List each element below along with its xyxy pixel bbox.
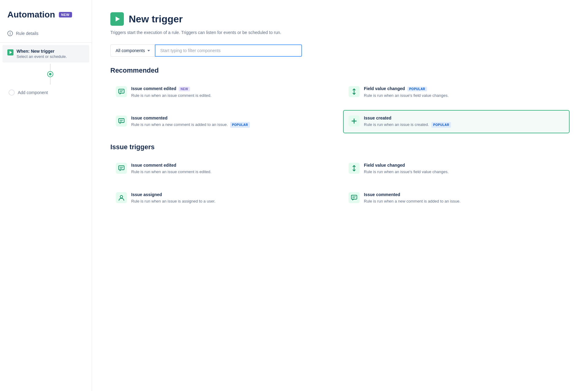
plus-icon: [349, 116, 360, 127]
sidebar-item-trigger[interactable]: When: New trigger Select an event or sch…: [2, 45, 89, 63]
card-title: Issue comment edited NEW: [131, 86, 212, 91]
issue-triggers-cards-grid: Issue comment edited Rule is run when an…: [110, 157, 570, 210]
comment-icon: [116, 116, 127, 127]
svg-rect-17: [351, 195, 357, 199]
card-field-value-changed-it[interactable]: Field value changed Rule is run when an …: [343, 157, 570, 180]
card-issue-created-rec[interactable]: Issue created Rule is run when an issue …: [343, 110, 570, 133]
filter-input[interactable]: [155, 44, 302, 57]
card-issue-commented-rec[interactable]: Issue commented Rule is run when a new c…: [110, 110, 337, 133]
issue-triggers-title: Issue triggers: [110, 143, 570, 151]
trigger-play-icon: [7, 49, 13, 55]
svg-rect-3: [119, 89, 124, 93]
sidebar-connector: [9, 64, 92, 85]
dropdown-label: All components: [116, 48, 145, 53]
card-title: Field value changed POPULAR: [364, 86, 449, 91]
page-description: Triggers start the execution of a rule. …: [110, 29, 570, 36]
recommended-title: Recommended: [110, 66, 570, 74]
svg-point-2: [10, 32, 10, 33]
field-icon: [349, 86, 360, 97]
card-desc: Rule is run when an issue is created. PO…: [364, 122, 451, 128]
svg-point-16: [120, 196, 123, 198]
card-issue-assigned-it[interactable]: Issue assigned Rule is run when an issue…: [110, 187, 337, 210]
popular-badge: POPULAR: [431, 122, 451, 128]
svg-rect-12: [119, 166, 124, 170]
card-title: Issue commented: [131, 116, 250, 120]
comment-icon: [116, 86, 127, 97]
page-title: New trigger: [129, 13, 183, 25]
field-icon: [349, 163, 360, 174]
page-header: New trigger: [110, 12, 570, 26]
recommended-cards-grid: Issue comment edited NEW Rule is run whe…: [110, 81, 570, 133]
app-badge: NEW: [59, 12, 72, 17]
chevron-down-icon: [147, 50, 150, 51]
card-issue-comment-edited-rec[interactable]: Issue comment edited NEW Rule is run whe…: [110, 81, 337, 104]
card-field-value-changed-rec[interactable]: Field value changed POPULAR Rule is run …: [343, 81, 570, 104]
card-desc: Rule is run when an issue comment is edi…: [131, 93, 212, 99]
sidebar-item-rule-details[interactable]: Rule details: [0, 27, 92, 40]
sidebar-trigger-subtitle: Select an event or schedule.: [17, 54, 67, 59]
components-dropdown[interactable]: All components: [110, 44, 155, 57]
connector-dot: [47, 71, 53, 77]
card-desc: Rule is run when an issue's field value …: [364, 169, 449, 175]
card-desc: Rule is run when a new comment is added …: [364, 198, 460, 204]
comment-icon: [116, 163, 127, 174]
sidebar-trigger-title: When: New trigger: [17, 49, 67, 54]
app-title: Automation: [7, 10, 55, 20]
popular-badge: POPULAR: [407, 87, 427, 91]
card-desc: Rule is run when an issue is assigned to…: [131, 198, 216, 204]
rule-details-label: Rule details: [16, 31, 38, 36]
card-issue-commented-it[interactable]: Issue commented Rule is run when a new c…: [343, 187, 570, 210]
add-component-label: Add component: [18, 90, 48, 95]
sidebar-item-add-component[interactable]: Add component: [0, 86, 92, 99]
issue-triggers-section: Issue triggers Issue comment edited: [110, 143, 570, 210]
card-title: Issue created: [364, 116, 451, 120]
filter-row: All components: [110, 44, 570, 57]
sidebar-divider: [0, 42, 92, 43]
svg-rect-7: [119, 119, 124, 123]
main-content: New trigger Triggers start the execution…: [92, 0, 588, 391]
card-issue-comment-edited-it[interactable]: Issue comment edited Rule is run when an…: [110, 157, 337, 180]
connector-line-bottom: [50, 77, 51, 85]
card-title: Issue comment edited: [131, 163, 212, 168]
card-desc: Rule is run when a new comment is added …: [131, 122, 250, 128]
popular-badge: POPULAR: [230, 122, 250, 128]
person-icon: [116, 192, 127, 203]
card-desc: Rule is run when an issue's field value …: [364, 93, 449, 99]
page-trigger-icon: [110, 12, 124, 26]
card-title: Issue commented: [364, 192, 460, 197]
connector-line-top: [50, 64, 51, 71]
empty-dot-icon: [9, 89, 15, 96]
sidebar: Automation NEW Rule details When: New tr…: [0, 0, 92, 391]
info-icon: [7, 31, 13, 36]
card-desc: Rule is run when an issue comment is edi…: [131, 169, 212, 175]
new-badge: NEW: [179, 87, 190, 91]
card-title: Field value changed: [364, 163, 449, 168]
comment-icon: [349, 192, 360, 203]
card-title: Issue assigned: [131, 192, 216, 197]
recommended-section: Recommended Issue comment ed: [110, 66, 570, 133]
